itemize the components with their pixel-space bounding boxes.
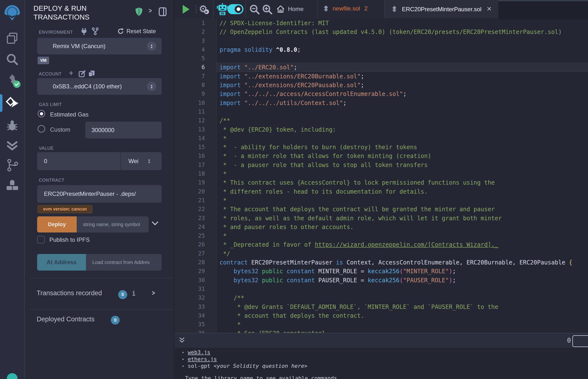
add-account-icon[interactable]: + bbox=[69, 69, 74, 78]
value-unit-select[interactable]: Wei bbox=[121, 158, 139, 165]
code-line[interactable]: * bbox=[217, 196, 588, 205]
code-line[interactable]: bytes32 public constant MINTER_ROLE = ke… bbox=[217, 267, 588, 275]
code-editor[interactable]: 1234567891011121314151617181920212223242… bbox=[174, 18, 588, 333]
code-line[interactable]: bytes32 public constant PAUSER_ROLE = ke… bbox=[217, 276, 588, 284]
reset-state-button[interactable]: Reset State bbox=[117, 28, 156, 35]
code-line[interactable]: * bbox=[217, 134, 588, 142]
line-number: 15 bbox=[174, 142, 216, 151]
deploy-run-icon[interactable] bbox=[0, 96, 24, 111]
code-line[interactable]: import "../../../access/AccessControlEnu… bbox=[217, 89, 588, 98]
line-number: 16 bbox=[174, 151, 216, 160]
line-number: 29 bbox=[174, 267, 216, 275]
plugin-manager-icon[interactable] bbox=[0, 179, 24, 192]
code-line[interactable]: import "../extensions/ERC20Burnable.sol"… bbox=[217, 72, 588, 80]
zoom-out-icon[interactable] bbox=[249, 4, 260, 15]
unit-stepper-icon[interactable]: ▲▼ bbox=[148, 158, 151, 164]
solidity-file-icon bbox=[391, 5, 398, 13]
code-line[interactable]: * bbox=[217, 169, 588, 178]
copilot-toggle[interactable] bbox=[227, 4, 244, 14]
code-line[interactable]: contract ERC20PresetMinterPauser is Cont… bbox=[217, 258, 588, 267]
zoom-in-icon[interactable] bbox=[262, 4, 273, 15]
contract-label: CONTRACT bbox=[39, 178, 64, 183]
constructor-args-input[interactable]: string name, string symbol bbox=[77, 216, 149, 233]
code-line[interactable]: /** bbox=[217, 116, 588, 125]
run-script-icon[interactable] bbox=[182, 4, 190, 14]
pin-panel-icon[interactable] bbox=[159, 7, 167, 16]
line-number: 10 bbox=[174, 98, 216, 107]
code-line[interactable]: * @dev {ERC20} token, including: bbox=[217, 125, 588, 134]
code-line[interactable]: * and pauser roles to other accounts. bbox=[217, 222, 588, 231]
solidity-compiler-icon[interactable] bbox=[0, 72, 24, 87]
account-label: ACCOUNT bbox=[39, 72, 62, 77]
code-line[interactable]: * - a pauser role that allows to stop al… bbox=[217, 160, 588, 169]
code-line[interactable]: * See {ERC20-constructor}. bbox=[217, 329, 588, 333]
copy-account-icon[interactable] bbox=[88, 70, 95, 77]
account-select[interactable]: 0x5B3...eddC4 (100 ether) ▲▼ bbox=[37, 78, 162, 95]
line-number: 11 bbox=[174, 107, 216, 116]
at-address-button[interactable]: At Address bbox=[37, 254, 86, 270]
script-config-gear-icon[interactable]: ⚙▶ bbox=[199, 3, 208, 15]
estimated-gas-label: Estimated Gas bbox=[50, 111, 88, 118]
code-line[interactable] bbox=[217, 284, 588, 293]
plug-icon[interactable] bbox=[81, 28, 87, 35]
code-line[interactable]: // SPDX-License-Identifier: MIT bbox=[217, 18, 588, 27]
debugger-icon[interactable] bbox=[0, 119, 24, 133]
code-line[interactable]: * This contract uses {AccessControl} to … bbox=[217, 178, 588, 187]
file-explorer-icon[interactable] bbox=[0, 31, 24, 46]
tab-newfile[interactable]: newfile.sol 2 bbox=[323, 5, 368, 12]
code-line[interactable]: * - a minter role that allows for token … bbox=[217, 151, 588, 160]
transactions-expand-chevron-icon[interactable]: > bbox=[152, 289, 155, 297]
ai-copilot-robot-icon[interactable] bbox=[216, 3, 229, 16]
tab-home[interactable]: Home bbox=[277, 5, 304, 13]
code-line[interactable]: * _Deprecated in favor of https://wizard… bbox=[217, 240, 588, 249]
code-line[interactable]: * The account that deploys the contract … bbox=[217, 205, 588, 213]
expand-terminal-icon[interactable] bbox=[178, 337, 186, 344]
line-number: 13 bbox=[174, 125, 216, 134]
collapse-chevron-icon[interactable]: > bbox=[149, 7, 152, 15]
unit-testing-icon[interactable] bbox=[0, 139, 24, 152]
divider bbox=[29, 278, 174, 278]
ethersjs-link[interactable]: ethers.js bbox=[188, 356, 217, 362]
code-line[interactable]: import "../../../utils/Context.sol"; bbox=[217, 98, 588, 107]
terminal-search-input[interactable] bbox=[572, 335, 588, 347]
value-input[interactable]: 0 bbox=[37, 158, 120, 165]
line-number-gutter: 1234567891011121314151617181920212223242… bbox=[174, 18, 217, 333]
tab-active-file[interactable]: ERC20PresetMinterPauser.sol × bbox=[384, 0, 499, 18]
deploy-button[interactable]: Deploy bbox=[37, 216, 77, 233]
code-line[interactable]: * account that deploys the contract. bbox=[217, 311, 588, 320]
info-icon[interactable]: i bbox=[132, 290, 136, 297]
code-line[interactable]: * bbox=[217, 320, 588, 329]
estimated-gas-radio[interactable] bbox=[38, 110, 45, 117]
code-line[interactable]: * bbox=[217, 231, 588, 240]
contract-select[interactable]: ERC20PresetMinterPauser - .deps/ bbox=[37, 185, 162, 203]
expand-constructor-icon[interactable] bbox=[151, 221, 159, 226]
code-line[interactable]: import "../extensions/ERC20Pausable.sol"… bbox=[217, 80, 588, 89]
search-icon[interactable] bbox=[0, 52, 24, 66]
close-tab-icon[interactable]: × bbox=[487, 4, 492, 14]
environment-select[interactable]: Remix VM (Cancun) ▲▼ bbox=[37, 38, 162, 54]
code-line[interactable]: pragma solidity ^0.8.0; bbox=[217, 45, 588, 54]
code-line[interactable]: */ bbox=[217, 249, 588, 258]
code-line[interactable]: * different roles - head to its document… bbox=[217, 187, 588, 196]
publish-ipfs-checkbox[interactable] bbox=[37, 236, 45, 243]
terminal-output[interactable]: •web3.js •ethers.js •sol-gpt <your Solid… bbox=[174, 348, 588, 379]
code-line[interactable]: * - ability for holders to burn (destroy… bbox=[217, 142, 588, 151]
code-line[interactable] bbox=[217, 36, 588, 45]
code-line[interactable]: * roles, as well as the default admin ro… bbox=[217, 214, 588, 222]
custom-gas-input[interactable]: 3000000 bbox=[85, 122, 162, 139]
code-line[interactable] bbox=[217, 54, 588, 63]
settings-icon[interactable] bbox=[7, 373, 17, 379]
code-line[interactable] bbox=[217, 107, 588, 116]
code-line[interactable]: /** bbox=[217, 293, 588, 302]
remix-logo-icon[interactable] bbox=[0, 3, 24, 20]
code-line[interactable]: * @dev Grants `DEFAULT_ADMIN_ROLE`, `MIN… bbox=[217, 302, 588, 311]
line-number: 32 bbox=[174, 293, 216, 302]
code-line[interactable]: import "../ERC20.sol"; bbox=[217, 63, 588, 72]
web3js-link[interactable]: web3.js bbox=[188, 349, 211, 355]
at-address-input[interactable]: Load contract from Addres bbox=[86, 254, 162, 270]
fork-icon[interactable] bbox=[91, 27, 99, 35]
custom-gas-radio[interactable] bbox=[38, 125, 45, 133]
edit-account-icon[interactable] bbox=[79, 70, 86, 77]
git-icon[interactable] bbox=[0, 158, 24, 172]
code-line[interactable]: // OpenZeppelin Contracts (last updated … bbox=[217, 27, 588, 36]
